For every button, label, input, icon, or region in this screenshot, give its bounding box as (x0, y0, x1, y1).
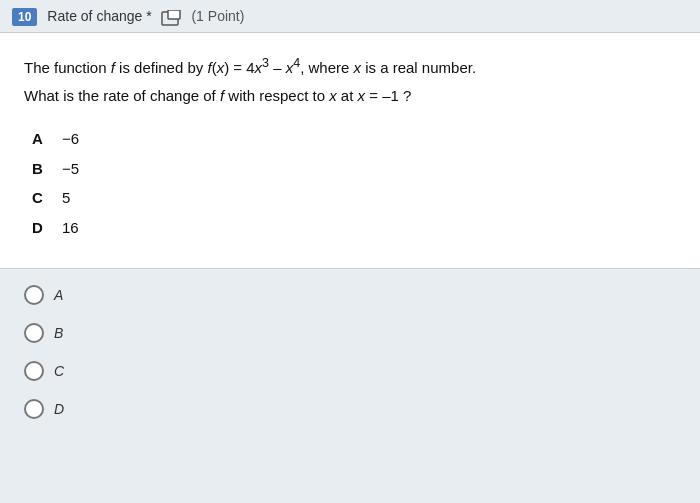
option-row-b: B −5 (32, 156, 676, 182)
option-value-c: 5 (62, 185, 70, 211)
topic-text: Rate of change (47, 8, 142, 24)
image-icon (161, 9, 183, 26)
radio-circle-b[interactable] (24, 323, 44, 343)
topic-label: Rate of change * (1 Point) (47, 8, 244, 26)
radio-label-c: C (54, 363, 64, 379)
option-value-a: −6 (62, 126, 79, 152)
option-letter-d: D (32, 215, 62, 241)
radio-option-c[interactable]: C (24, 361, 676, 381)
question-line1: The function f is defined by f(x) = 4x3 … (24, 53, 676, 80)
option-row-a: A −6 (32, 126, 676, 152)
question-number-badge: 10 (12, 8, 37, 26)
svg-rect-1 (168, 10, 180, 19)
option-value-b: −5 (62, 156, 79, 182)
option-value-d: 16 (62, 215, 79, 241)
answer-section: A B C D (0, 269, 700, 435)
radio-label-a: A (54, 287, 63, 303)
option-letter-a: A (32, 126, 62, 152)
radio-label-d: D (54, 401, 64, 417)
points-label: (1 Point) (191, 8, 244, 24)
question-line2: What is the rate of change of f with res… (24, 84, 676, 108)
option-letter-c: C (32, 185, 62, 211)
radio-option-b[interactable]: B (24, 323, 676, 343)
question-box: The function f is defined by f(x) = 4x3 … (0, 32, 700, 269)
asterisk: * (146, 8, 151, 24)
top-bar: 10 Rate of change * (1 Point) (0, 0, 700, 32)
radio-option-d[interactable]: D (24, 399, 676, 419)
options-table: A −6 B −5 C 5 D 16 (32, 126, 676, 240)
radio-label-b: B (54, 325, 63, 341)
radio-circle-c[interactable] (24, 361, 44, 381)
radio-circle-a[interactable] (24, 285, 44, 305)
option-letter-b: B (32, 156, 62, 182)
option-row-d: D 16 (32, 215, 676, 241)
radio-circle-d[interactable] (24, 399, 44, 419)
radio-option-a[interactable]: A (24, 285, 676, 305)
option-row-c: C 5 (32, 185, 676, 211)
question-text: The function f is defined by f(x) = 4x3 … (24, 53, 676, 108)
